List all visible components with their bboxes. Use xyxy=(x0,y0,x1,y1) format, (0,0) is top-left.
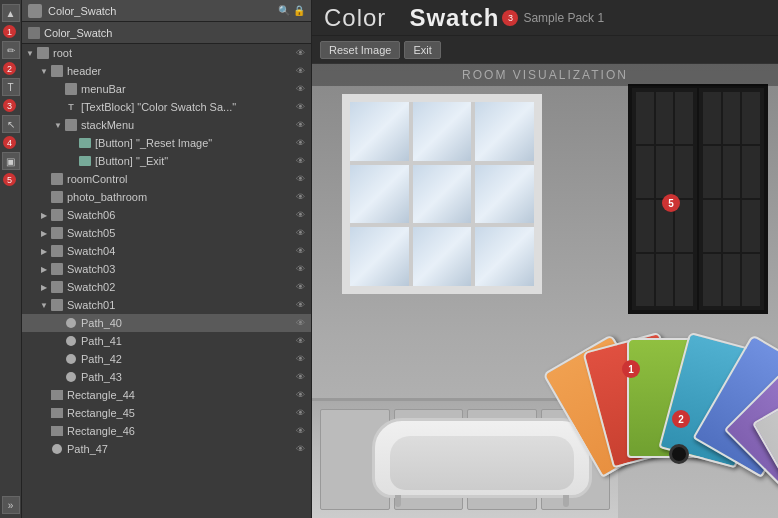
tree-item-Swatch02[interactable]: ▶Swatch02👁 xyxy=(22,278,311,296)
tree-label-Swatch06: Swatch06 xyxy=(67,209,293,221)
panel-icon xyxy=(28,4,42,18)
toolbar-tool-4[interactable]: ↖ xyxy=(2,115,20,133)
tree-item-Swatch05[interactable]: ▶Swatch05👁 xyxy=(22,224,311,242)
tree-arrow-Swatch06[interactable]: ▶ xyxy=(38,209,50,221)
tree-item-Path_43[interactable]: Path_43👁 xyxy=(22,368,311,386)
group-icon xyxy=(51,191,63,203)
visibility-icon-btn_reset[interactable]: 👁 xyxy=(293,138,307,148)
reset-image-button[interactable]: Reset Image xyxy=(320,41,400,59)
visibility-icon-btn_exit[interactable]: 👁 xyxy=(293,156,307,166)
toolbar-tool-1[interactable]: ▲ xyxy=(2,4,20,22)
group-icon xyxy=(51,263,63,275)
visibility-icon-Path_43[interactable]: 👁 xyxy=(293,372,307,382)
bathtub-leg-left xyxy=(395,495,401,507)
tree-item-roomControl[interactable]: roomControl👁 xyxy=(22,170,311,188)
tree-item-Path_47[interactable]: Path_47👁 xyxy=(22,440,311,458)
tree-arrow-Path_41 xyxy=(52,335,64,347)
exit-button[interactable]: Exit xyxy=(404,41,440,59)
window-pane-3 xyxy=(475,102,534,161)
tree-arrow-Rectangle_45 xyxy=(38,407,50,419)
toolbar-tool-2[interactable]: ✏ xyxy=(2,41,20,59)
group-icon xyxy=(51,209,63,221)
panel-tab-bar: Color_Swatch xyxy=(22,22,311,44)
tree-item-Rectangle_45[interactable]: Rectangle_45👁 xyxy=(22,404,311,422)
visibility-icon-roomControl[interactable]: 👁 xyxy=(293,174,307,184)
visibility-icon-Swatch02[interactable]: 👁 xyxy=(293,282,307,292)
tree-item-btn_exit[interactable]: [Button] "_Exit"👁 xyxy=(22,152,311,170)
tree-arrow-Swatch05[interactable]: ▶ xyxy=(38,227,50,239)
visibility-icon-Swatch05[interactable]: 👁 xyxy=(293,228,307,238)
visibility-icon-Path_41[interactable]: 👁 xyxy=(293,336,307,346)
tree-item-textblock[interactable]: T[TextBlock] "Color Swatch Sa..."👁 xyxy=(22,98,311,116)
visibility-icon-photo_bathroom[interactable]: 👁 xyxy=(293,192,307,202)
tree-arrow-Rectangle_44 xyxy=(38,389,50,401)
visibility-icon-Swatch03[interactable]: 👁 xyxy=(293,264,307,274)
tree-item-stackMenu[interactable]: ▼stackMenu👁 xyxy=(22,116,311,134)
tree-arrow-Path_47 xyxy=(38,443,50,455)
badge-4: 4 xyxy=(3,136,16,149)
tree-item-header[interactable]: ▼header👁 xyxy=(22,62,311,80)
tree-item-Swatch06[interactable]: ▶Swatch06👁 xyxy=(22,206,311,224)
toolbar-tool-3[interactable]: T xyxy=(2,78,20,96)
visibility-icon-Rectangle_46[interactable]: 👁 xyxy=(293,426,307,436)
tab-icon xyxy=(28,27,40,39)
visibility-icon-Swatch06[interactable]: 👁 xyxy=(293,210,307,220)
tree-arrow-Path_42 xyxy=(52,353,64,365)
group-icon xyxy=(51,227,63,239)
tree-label-Swatch04: Swatch04 xyxy=(67,245,293,257)
visibility-icon-textblock[interactable]: 👁 xyxy=(293,102,307,112)
tree-arrow-Rectangle_46 xyxy=(38,425,50,437)
tree-arrow-Swatch01[interactable]: ▼ xyxy=(38,299,50,311)
group-icon xyxy=(51,281,63,293)
tree-arrow-Swatch04[interactable]: ▶ xyxy=(38,245,50,257)
visibility-icon-Rectangle_44[interactable]: 👁 xyxy=(293,390,307,400)
app-title-bold: Swatch xyxy=(409,4,499,31)
tree-item-photo_bathroom[interactable]: photo_bathroom👁 xyxy=(22,188,311,206)
visibility-icon-root[interactable]: 👁 xyxy=(293,48,307,58)
visibility-icon-Swatch01[interactable]: 👁 xyxy=(293,300,307,310)
tree-arrow-Swatch02[interactable]: ▶ xyxy=(38,281,50,293)
tree-item-Path_42[interactable]: Path_42👁 xyxy=(22,350,311,368)
panel-lock-icon[interactable]: 🔒 xyxy=(293,5,305,16)
group-icon xyxy=(51,65,63,77)
tree-arrow-root[interactable]: ▼ xyxy=(24,47,36,59)
panel-search-icon[interactable]: 🔍 xyxy=(278,5,290,16)
tree-label-stackMenu: stackMenu xyxy=(81,119,293,131)
tree-item-Path_40[interactable]: Path_40👁 xyxy=(22,314,311,332)
visibility-icon-stackMenu[interactable]: 👁 xyxy=(293,120,307,130)
visibility-icon-menuBar[interactable]: 👁 xyxy=(293,84,307,94)
visibility-icon-Path_42[interactable]: 👁 xyxy=(293,354,307,364)
badge-sample: 3 xyxy=(502,10,518,26)
visibility-icon-Rectangle_45[interactable]: 👁 xyxy=(293,408,307,418)
shape-icon xyxy=(66,336,76,346)
toolbar-expand[interactable]: » xyxy=(2,496,20,514)
app-title-bar: Color Swatch 3 Sample Pack 1 xyxy=(312,0,778,36)
arrow-icon: ▲ xyxy=(6,8,16,19)
tree-item-root[interactable]: ▼root👁 xyxy=(22,44,311,62)
scene-badge-2: 2 xyxy=(672,410,690,428)
tree-item-menuBar[interactable]: menuBar👁 xyxy=(22,80,311,98)
group-icon xyxy=(51,299,63,311)
tab-label: Color_Swatch xyxy=(44,27,112,39)
toolbar-tool-5[interactable]: ▣ xyxy=(2,152,20,170)
text-icon: T xyxy=(68,102,74,112)
tree-arrow-header[interactable]: ▼ xyxy=(38,65,50,77)
tree-item-Path_41[interactable]: Path_41👁 xyxy=(22,332,311,350)
tree-item-Swatch01[interactable]: ▼Swatch01👁 xyxy=(22,296,311,314)
tree-arrow-Swatch03[interactable]: ▶ xyxy=(38,263,50,275)
tree-item-Swatch04[interactable]: ▶Swatch04👁 xyxy=(22,242,311,260)
tree-item-Swatch03[interactable]: ▶Swatch03👁 xyxy=(22,260,311,278)
tree-item-Rectangle_46[interactable]: Rectangle_46👁 xyxy=(22,422,311,440)
tree-item-btn_reset[interactable]: [Button] "_Reset Image"👁 xyxy=(22,134,311,152)
window-pane-6 xyxy=(475,165,534,224)
visibility-icon-Path_47[interactable]: 👁 xyxy=(293,444,307,454)
visibility-icon-Swatch04[interactable]: 👁 xyxy=(293,246,307,256)
tree-arrow-stackMenu[interactable]: ▼ xyxy=(52,119,64,131)
tree-item-Rectangle_44[interactable]: Rectangle_44👁 xyxy=(22,386,311,404)
main-content: Color Swatch 3 Sample Pack 1 Reset Image… xyxy=(312,0,778,518)
group-icon xyxy=(65,119,77,131)
visibility-icon-header[interactable]: 👁 xyxy=(293,66,307,76)
visibility-icon-Path_40[interactable]: 👁 xyxy=(293,318,307,328)
layers-tree[interactable]: ▼root👁▼header👁 menuBar👁 T[TextBlock] "Co… xyxy=(22,44,311,518)
bathroom-scene: 1 2 5 xyxy=(312,64,778,518)
